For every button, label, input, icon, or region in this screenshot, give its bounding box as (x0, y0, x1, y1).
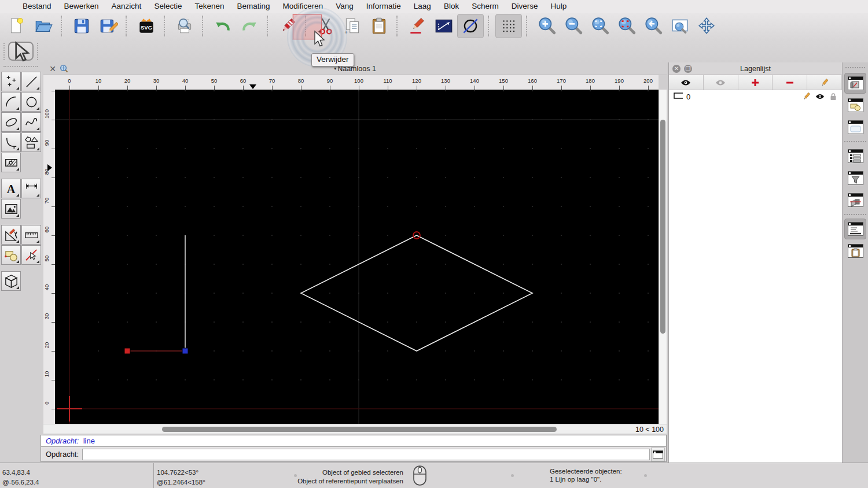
menu-hulp[interactable]: Hulp (544, 0, 573, 13)
vertical-scrollbar[interactable] (659, 90, 667, 424)
menu-bemating[interactable]: Bemating (230, 0, 276, 13)
tool-arc[interactable] (1, 92, 21, 112)
attributes-pen-button[interactable] (404, 14, 431, 38)
horizontal-scrollbar-thumb[interactable] (162, 427, 557, 432)
tool-shapes[interactable] (21, 132, 41, 152)
tool-modify-line[interactable] (21, 245, 41, 265)
polar-absolute: 104.7622<53° (157, 469, 198, 476)
close-panel-icon[interactable]: ✕ (672, 65, 681, 73)
copy-button[interactable]: + (339, 14, 366, 38)
tool-cad-tools[interactable] (1, 225, 21, 245)
ruler-label: 110 (379, 77, 396, 84)
layer-visibility-icon[interactable] (815, 93, 825, 101)
menu-diverse[interactable]: Diverse (505, 0, 545, 13)
tab-title[interactable]: ▾Naamloos 1 (43, 65, 667, 73)
layer-list-dock-button[interactable] (844, 73, 866, 94)
zoom-auto-button[interactable] (587, 14, 613, 38)
menu-laag[interactable]: Laag (407, 0, 437, 13)
property-editor-icon (848, 149, 863, 163)
spline-icon (24, 114, 39, 130)
menu-vang[interactable]: Vang (329, 0, 360, 13)
zoom-previous-button[interactable] (640, 14, 667, 38)
edit-layer-icon[interactable] (802, 93, 811, 101)
blocks-icon (3, 247, 19, 263)
command-input[interactable] (82, 449, 650, 460)
entity-handle[interactable] (182, 348, 188, 354)
pen-toolbar-dock-button[interactable] (844, 190, 866, 210)
pan-button[interactable] (693, 14, 720, 38)
tool-dimension[interactable] (21, 179, 41, 198)
tool-points[interactable] (1, 72, 21, 91)
menu-modificeren[interactable]: Modificeren (277, 0, 330, 13)
command-line-dock-button[interactable] (844, 219, 866, 239)
layer-lock-icon[interactable] (829, 93, 838, 101)
entity-handle[interactable] (124, 348, 130, 354)
layer-panel-title: Lagenlijst (740, 65, 771, 73)
menu-aanzicht[interactable]: Aanzicht (105, 0, 148, 13)
new-document-icon (7, 16, 27, 36)
selection-tool-button[interactable] (8, 42, 34, 61)
tool-spline[interactable] (21, 112, 41, 132)
undo-button[interactable] (209, 14, 236, 38)
palette-drag-handle[interactable] (3, 66, 38, 68)
vertical-scrollbar-thumb[interactable] (660, 120, 665, 334)
tool-image[interactable] (1, 199, 21, 219)
block-list-icon (848, 98, 863, 112)
layer-row[interactable]: 0 (669, 90, 842, 103)
detach-panel-icon[interactable]: ❐ (684, 65, 692, 73)
tool-ellipse[interactable] (1, 112, 21, 132)
ruler-label: 60 (43, 223, 50, 236)
menu-bewerken[interactable]: Bewerken (58, 0, 105, 13)
save-button[interactable] (68, 14, 95, 38)
menu-scherm[interactable]: Scherm (465, 0, 505, 13)
toolbar-drag-handle[interactable] (3, 43, 5, 60)
selection-filter-dock-button[interactable] (844, 168, 866, 188)
add-layer-button[interactable] (738, 75, 773, 90)
menu-informatie[interactable]: Informatie (360, 0, 407, 13)
redo-button[interactable] (236, 14, 263, 38)
block-list-dock-button[interactable] (844, 95, 866, 116)
tool-circle[interactable] (21, 92, 41, 112)
clipboard-viewer-dock-button[interactable] (844, 241, 866, 261)
zoom-page-button[interactable] (667, 14, 693, 38)
tool-polyline[interactable] (1, 132, 21, 152)
paste-button[interactable] (366, 14, 392, 38)
ruler-label: 30 (43, 310, 50, 323)
tool-hatch[interactable] (1, 153, 21, 172)
menu-bar: BestandBewerkenAanzichtSelectieTekenenBe… (0, 0, 868, 13)
menu-blok[interactable]: Blok (437, 0, 465, 13)
grid-toggle-button[interactable] (495, 14, 522, 38)
zoom-in-button[interactable] (534, 14, 560, 38)
menu-tekenen[interactable]: Tekenen (188, 0, 230, 13)
property-editor-dock-button[interactable] (844, 146, 866, 167)
horizontal-scrollbar[interactable]: 10 < 100 (43, 424, 667, 434)
print-preview-button[interactable] (171, 14, 198, 38)
tool-blocks[interactable] (1, 245, 21, 265)
show-all-layers-button[interactable] (669, 75, 704, 90)
hide-all-layers-button[interactable] (704, 75, 738, 90)
edit-layer-button[interactable] (807, 75, 842, 90)
tool-measure[interactable] (21, 225, 41, 245)
tool-text[interactable]: A (1, 179, 21, 198)
tool-solid[interactable] (1, 271, 21, 291)
library-browser-dock-button[interactable] (844, 117, 866, 138)
remove-layer-button[interactable] (773, 75, 807, 90)
toolbar-drag-handle-2[interactable] (37, 43, 39, 60)
panel-dock (842, 62, 868, 463)
command-window-toggle-button[interactable] (651, 448, 665, 461)
new-document-button[interactable] (3, 14, 30, 38)
ruler-label: 50 (43, 252, 50, 265)
zoom-out-button[interactable] (560, 14, 587, 38)
menu-bestand[interactable]: Bestand (16, 0, 58, 13)
ruler-label: 90 (43, 136, 50, 149)
svg-export-button[interactable]: SVG (133, 14, 160, 38)
tool-line[interactable] (21, 72, 41, 91)
zoom-window-button[interactable] (613, 14, 640, 38)
save-as-button[interactable] (95, 14, 122, 38)
snap-free-button[interactable] (457, 14, 484, 38)
menu-selectie[interactable]: Selectie (148, 0, 188, 13)
drawing-canvas[interactable] (55, 90, 659, 424)
dock-drag-handle[interactable] (845, 67, 865, 68)
open-file-button[interactable] (30, 14, 57, 38)
measure-distance-button[interactable] (431, 14, 457, 38)
